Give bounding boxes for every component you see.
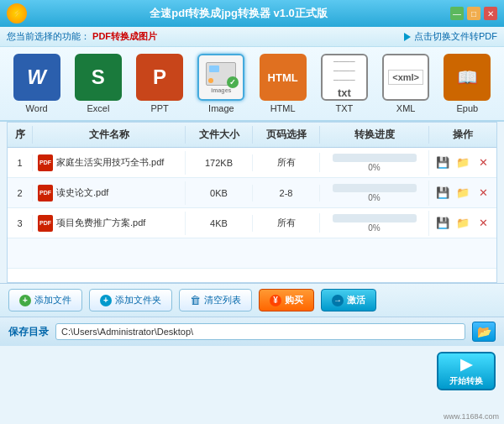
row1-delete-icon[interactable]: ✕ xyxy=(475,155,491,170)
toolbar: 您当前选择的功能： PDF转换成图片 点击切换文件转PDF xyxy=(0,27,504,47)
row2-pages: 2-8 xyxy=(253,185,320,202)
row2-filename: PDF 读史论文.pdf xyxy=(33,181,186,205)
row1-save-icon[interactable]: 💾 xyxy=(435,155,450,170)
row1-progress-text: 0% xyxy=(323,163,425,172)
buy-icon: ¥ xyxy=(270,295,281,306)
col-header-progress: 转换进度 xyxy=(320,126,429,144)
excel-label: Excel xyxy=(87,103,109,113)
app-container: ⚡ 全速pdf转换成jpg转换器 v1.0正式版 — □ ✕ 您当前选择的功能：… xyxy=(0,0,504,424)
action-buttons-bar: + 添加文件 + 添加文件夹 🗑 清空列表 ¥ 购买 → 激活 xyxy=(0,283,504,317)
trash-icon: 🗑 xyxy=(190,294,201,306)
switch-arrow-icon xyxy=(404,33,411,41)
row3-save-icon[interactable]: 💾 xyxy=(435,216,450,231)
buy-button[interactable]: ¥ 购买 xyxy=(259,289,314,311)
clear-list-button[interactable]: 🗑 清空列表 xyxy=(179,289,252,311)
pdf-icon: PDF xyxy=(38,185,53,202)
row1-folder-icon[interactable]: 📁 xyxy=(455,155,470,170)
row1-action-icons: 💾 📁 ✕ xyxy=(433,155,493,170)
row3-action-icons: 💾 📁 ✕ xyxy=(433,216,493,231)
current-function-prefix: 您当前选择的功能： xyxy=(7,31,90,41)
epub-label: Epub xyxy=(457,103,479,113)
row1-filename: PDF 家庭生活实用技巧全书.pdf xyxy=(33,151,186,175)
format-html[interactable]: HTML HTML xyxy=(255,54,311,113)
convert-label: 开始转换 xyxy=(449,375,483,387)
table-row: 1 PDF 家庭生活实用技巧全书.pdf 172KB 所有 0% xyxy=(8,148,496,178)
buy-label: 购买 xyxy=(285,294,303,306)
row3-filename: PDF 项目免费推广方案.pdf xyxy=(33,212,186,235)
browse-folder-button[interactable]: 📂 xyxy=(472,322,496,342)
row2-actions: 💾 📁 ✕ xyxy=(429,182,496,204)
row2-index: 2 xyxy=(8,185,33,202)
convert-arrow-icon: ▶ xyxy=(460,355,472,374)
add-folder-icon: + xyxy=(100,295,112,306)
format-excel[interactable]: S Excel xyxy=(70,54,126,113)
table-row: 3 PDF 项目免费推广方案.pdf 4KB 所有 0% xyxy=(8,208,496,238)
activate-label: 激活 xyxy=(347,294,365,306)
format-icon-bar: W Word S Excel P PPT ✓ xyxy=(0,47,504,122)
row2-save-icon[interactable]: 💾 xyxy=(435,186,450,201)
file-table-wrapper: 序 文件名称 文件大小 页码选择 转换进度 操作 1 PDF 家庭生活实用技巧全… xyxy=(7,122,497,283)
switch-link[interactable]: 点击切换文件转PDF xyxy=(404,30,497,43)
format-ppt[interactable]: P PPT xyxy=(132,54,188,113)
epub-book-icon: 📖 xyxy=(457,67,478,87)
col-header-filename: 文件名称 xyxy=(33,126,186,144)
pdf-icon: PDF xyxy=(38,154,53,171)
row3-progress: 0% xyxy=(320,211,429,236)
row1-index: 1 xyxy=(8,154,33,171)
word-letter: W xyxy=(27,65,46,89)
title-bar: ⚡ 全速pdf转换成jpg转换器 v1.0正式版 — □ ✕ xyxy=(0,0,504,27)
add-file-icon: + xyxy=(19,295,31,306)
row3-actions: 💾 📁 ✕ xyxy=(429,212,496,234)
table-body: 1 PDF 家庭生活实用技巧全书.pdf 172KB 所有 0% xyxy=(8,148,496,282)
save-path-label: 保存目录 xyxy=(8,325,49,339)
xml-tag: <xml> xyxy=(388,70,423,85)
txt-icon-box: ──────────── txt xyxy=(321,54,368,101)
xml-label: XML xyxy=(396,103,416,113)
html-label: HTML xyxy=(270,103,296,113)
watermark: www.11684.com xyxy=(444,412,499,421)
image-check-icon: ✓ xyxy=(227,76,239,88)
maximize-button[interactable]: □ xyxy=(467,7,480,20)
html-icon-box: HTML xyxy=(260,54,307,101)
table-row-empty xyxy=(8,238,496,269)
row3-delete-icon[interactable]: ✕ xyxy=(475,216,491,231)
epub-icon-box: 📖 xyxy=(444,54,491,101)
row3-progress-text: 0% xyxy=(323,223,425,233)
row1-progress-bar-wrap xyxy=(333,154,417,162)
convert-button[interactable]: ▶ 开始转换 xyxy=(437,352,496,390)
format-xml[interactable]: <xml> XML xyxy=(378,54,434,113)
row1-progress: 0% xyxy=(320,150,429,175)
switch-link-label: 点击切换文件转PDF xyxy=(414,30,497,43)
row2-delete-icon[interactable]: ✕ xyxy=(475,186,491,201)
image-picture: ✓ xyxy=(206,62,236,86)
row2-progress-text: 0% xyxy=(323,193,425,202)
activate-button[interactable]: → 激活 xyxy=(321,289,376,311)
format-epub[interactable]: 📖 Epub xyxy=(439,54,496,113)
table-header: 序 文件名称 文件大小 页码选择 转换进度 操作 xyxy=(8,123,496,148)
close-button[interactable]: ✕ xyxy=(484,7,497,20)
add-folder-label: 添加文件夹 xyxy=(115,294,161,306)
image-icon-box: ✓ images xyxy=(197,54,244,101)
row2-action-icons: 💾 📁 ✕ xyxy=(433,186,493,201)
row1-file-icon-wrap: PDF 家庭生活实用技巧全书.pdf xyxy=(38,154,164,171)
clear-list-label: 清空列表 xyxy=(204,294,241,306)
app-logo: ⚡ xyxy=(7,3,27,24)
row2-folder-icon[interactable]: 📁 xyxy=(455,186,470,201)
add-folder-button[interactable]: + 添加文件夹 xyxy=(89,289,172,311)
row3-folder-icon[interactable]: 📁 xyxy=(455,216,470,231)
col-header-size: 文件大小 xyxy=(186,126,253,144)
format-word[interactable]: W Word xyxy=(8,54,65,113)
row2-filename-text: 读史论文.pdf xyxy=(56,186,108,199)
ppt-label: PPT xyxy=(150,103,168,113)
save-path-input[interactable] xyxy=(55,323,465,340)
excel-icon-box: S xyxy=(75,54,122,101)
pdf-icon: PDF xyxy=(38,215,53,232)
app-title: 全速pdf转换成jpg转换器 v1.0正式版 xyxy=(27,6,450,21)
minimize-button[interactable]: — xyxy=(450,7,464,20)
add-file-button[interactable]: + 添加文件 xyxy=(8,289,82,311)
row3-pages: 所有 xyxy=(253,213,320,233)
format-txt[interactable]: ──────────── txt TXT xyxy=(316,54,372,113)
col-header-actions: 操作 xyxy=(429,126,496,144)
format-image[interactable]: ✓ images Image xyxy=(193,54,249,113)
row3-progress-bar-wrap xyxy=(333,214,417,222)
